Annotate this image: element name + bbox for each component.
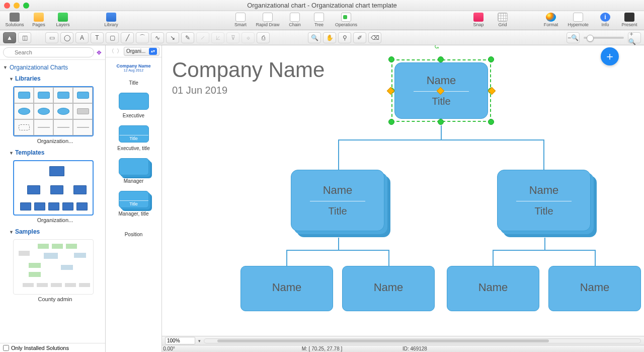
lib-forward-button[interactable]: 〉: [116, 47, 123, 56]
selection-rect-tool[interactable]: ◫: [18, 32, 31, 43]
add-button[interactable]: ＋: [601, 47, 619, 65]
connector: [338, 139, 544, 140]
shape-executive-title[interactable]: Executive, title: [106, 122, 162, 155]
shape-manager[interactable]: Manager: [106, 155, 162, 188]
textbox-tool[interactable]: T: [91, 32, 104, 43]
section-samples[interactable]: ▼Samples: [3, 226, 102, 237]
org-leaf[interactable]: Name: [447, 266, 539, 311]
snap-icon: [473, 13, 484, 22]
org-node[interactable]: Name Title: [497, 170, 591, 231]
rotation-handle-icon[interactable]: ⤿: [434, 45, 440, 51]
section-org-charts[interactable]: ▼Organizational Charts: [3, 62, 102, 73]
eraser-tool[interactable]: ⌫: [368, 32, 381, 43]
spline-tool[interactable]: ∿: [151, 32, 164, 43]
template-caption: Organization...: [8, 217, 102, 223]
connector: [286, 250, 389, 251]
connector: [286, 250, 287, 266]
operations-button[interactable]: Operations: [332, 12, 361, 29]
sample-thumbnail[interactable]: [13, 239, 94, 295]
titlebar: Organizational chart - Organizational ch…: [0, 0, 644, 11]
sample-caption: County admin: [8, 296, 102, 302]
operations-icon: [341, 13, 351, 22]
template-thumbnail[interactable]: [13, 160, 94, 216]
connector: [543, 139, 544, 170]
shape-title[interactable]: Title: [106, 74, 162, 90]
home-icon[interactable]: ❖: [96, 49, 102, 56]
info-icon: i: [600, 13, 610, 22]
shape-header: Company Name 12 Aug 2012: [106, 59, 162, 74]
org-node[interactable]: Name Title: [291, 170, 384, 231]
zoom-dropdown-icon[interactable]: ▾: [198, 338, 201, 343]
format-icon: [546, 13, 556, 22]
selected-node[interactable]: Name Title: [391, 59, 491, 122]
only-installed-checkbox[interactable]: [3, 345, 9, 351]
hypernote-button[interactable]: Hypernote: [564, 12, 593, 29]
zoom-in-button[interactable]: ＋🔍: [628, 32, 641, 43]
connector: [441, 125, 442, 139]
window-title: Organizational chart - Organizational ch…: [0, 2, 644, 9]
grid-icon: [498, 13, 508, 22]
section-templates[interactable]: ▼Templates: [3, 147, 102, 158]
chain-button[interactable]: Chain: [283, 12, 306, 29]
status-bar: Ready W: 35.56, H: 20.32, Angle: 0.00° M…: [162, 345, 644, 352]
zoom-slider[interactable]: [584, 37, 624, 39]
solutions-button[interactable]: Solutions: [3, 12, 26, 29]
lib-dropdown[interactable]: Organi... ▴▾: [124, 47, 159, 56]
eyedropper-tool[interactable]: ✐: [353, 32, 366, 43]
org-leaf[interactable]: Name: [342, 266, 435, 311]
tree-button[interactable]: Tree: [307, 12, 331, 29]
smart-button[interactable]: Smart: [229, 12, 252, 29]
connector: [388, 250, 389, 266]
paintbucket-tool[interactable]: ⟐: [242, 32, 255, 43]
layers-icon: [58, 13, 68, 22]
branch-tool[interactable]: ⊽: [226, 32, 239, 43]
resize-handle-nw[interactable]: [388, 56, 394, 62]
shape-executive[interactable]: Executive: [106, 90, 162, 122]
line-tool[interactable]: ╱: [121, 32, 134, 43]
resize-handle-ne[interactable]: [488, 56, 494, 62]
resize-handle-s[interactable]: [438, 119, 444, 125]
library-thumbnail[interactable]: [13, 86, 94, 136]
search-input[interactable]: [3, 47, 94, 57]
arc-tool[interactable]: ⌒: [136, 32, 149, 43]
hand-tool[interactable]: ✋: [323, 32, 336, 43]
rect-tool[interactable]: ▭: [45, 32, 58, 43]
layers-button[interactable]: Layers: [51, 12, 74, 29]
grid-button[interactable]: Grid: [491, 12, 514, 29]
present-button[interactable]: Present: [618, 12, 641, 29]
lib-back-button[interactable]: 〈: [108, 47, 115, 56]
stamp-tool[interactable]: ⎙: [257, 32, 270, 43]
measure-tool[interactable]: ⟀: [211, 32, 224, 43]
ellipse-tool[interactable]: ◯: [60, 32, 73, 43]
resize-handle-se[interactable]: [488, 119, 494, 125]
pages-button[interactable]: Pages: [27, 12, 50, 29]
connector: [338, 139, 339, 170]
rapid-draw-button[interactable]: Rapid Draw: [253, 12, 282, 29]
canvas[interactable]: Company Name 01 Jun 2019 ⤿ ＋ Name Title: [162, 45, 644, 352]
format-button[interactable]: Format: [539, 12, 562, 29]
shape-position[interactable]: Position: [106, 221, 162, 241]
resize-handle-n[interactable]: [438, 56, 444, 62]
text-tool[interactable]: A: [75, 32, 89, 43]
select-tool[interactable]: ▲: [3, 32, 16, 43]
connector: [493, 250, 494, 266]
resize-handle-sw[interactable]: [388, 119, 394, 125]
library-button[interactable]: Library: [100, 12, 123, 29]
zoom-tool[interactable]: 🔍: [308, 32, 321, 43]
callout-tool[interactable]: ▢: [106, 32, 119, 43]
pin-tool[interactable]: ⚲: [338, 32, 351, 43]
info-button[interactable]: iInfo: [594, 12, 617, 29]
zoom-select[interactable]: [165, 337, 195, 344]
status-mouse: M: [ 70.25, 27.78 ]: [302, 346, 343, 351]
connector-tool[interactable]: ↘: [166, 32, 179, 43]
org-leaf[interactable]: Name: [240, 266, 333, 311]
pencil-tool[interactable]: ✎: [181, 32, 194, 43]
org-leaf[interactable]: Name: [548, 266, 641, 311]
shape-manager-title[interactable]: Manager, title: [106, 188, 162, 221]
section-libraries[interactable]: ▼Libraries: [3, 73, 102, 84]
zoom-out-button[interactable]: −🔍: [567, 32, 580, 43]
bezier-tool[interactable]: ⟋: [196, 32, 209, 43]
h-scrollbar[interactable]: [204, 338, 641, 343]
library-caption: Organization...: [8, 138, 102, 144]
snap-button[interactable]: Snap: [467, 12, 490, 29]
